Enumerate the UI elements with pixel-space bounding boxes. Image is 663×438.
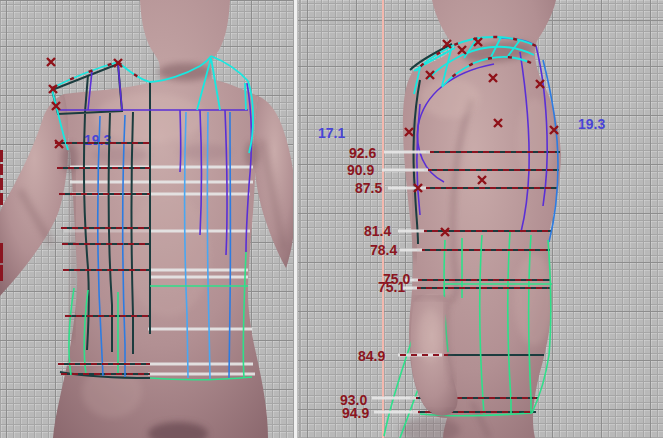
measurement-label: 17.1 [318, 126, 345, 140]
measurement-label: 92.6 [349, 146, 376, 160]
measurement-label: 75.1 [378, 280, 405, 294]
measurement-label: 90.9 [347, 163, 374, 177]
measurement-label: 19.3 [578, 117, 605, 131]
measurement-label: 81.4 [364, 224, 391, 238]
side-measurement-layer: 17.192.690.987.581.478.475.075.184.993.0… [298, 0, 663, 438]
side-view-viewport[interactable]: 17.192.690.987.581.478.475.075.184.993.0… [298, 0, 663, 438]
measurement-label: 87.5 [355, 181, 382, 195]
measurement-label: 94.9 [342, 406, 369, 420]
measurement-label: 78.4 [370, 243, 397, 257]
measurement-label: 84.9 [358, 349, 385, 363]
front-view-viewport[interactable]: 19.3 [0, 0, 293, 438]
garment-3d-canvas[interactable]: 19.3 [0, 0, 663, 438]
front-seam-lines[interactable] [52, 56, 253, 380]
front-pattern-lines[interactable] [0, 0, 293, 438]
